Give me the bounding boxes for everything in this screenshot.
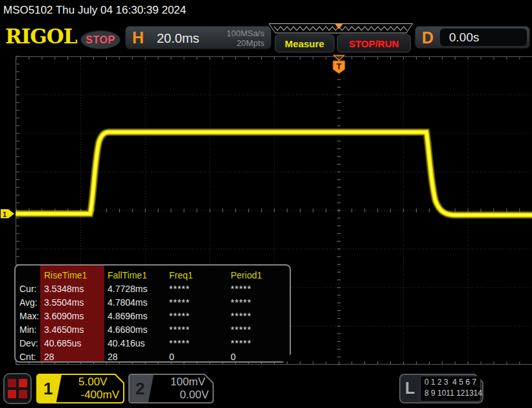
measurement-value: 3.5348ms <box>44 282 108 296</box>
measurement-table: RiseTime1 FallTime1 Freq1 Period1 Cur: 3… <box>16 266 290 364</box>
channel2-status-panel[interactable]: 2 100mV 0.00V <box>128 374 214 403</box>
ch1-position-marker[interactable]: 1 <box>1 209 14 218</box>
horizontal-icon: H <box>132 28 144 47</box>
measurement-value: 0 <box>231 350 289 364</box>
measurement-value: ***** <box>231 282 289 296</box>
measurement-value: 4.7804ms <box>108 296 169 310</box>
windows-grid-button[interactable] <box>3 373 32 404</box>
bottom-channel-bar: 1 5.00V -400mV 2 100mV 0.00V L <box>0 369 532 408</box>
measurement-value: 28 <box>108 350 169 364</box>
row-label: Avg: <box>19 296 44 310</box>
measurement-value: ***** <box>231 296 289 310</box>
measurement-column-header[interactable]: FallTime1 <box>108 269 169 282</box>
measurement-value: ***** <box>169 323 231 337</box>
measurement-column-header[interactable]: Period1 <box>231 269 289 282</box>
model-and-datetime: MSO5102 Thu July 04 16:30:39 2024 <box>3 4 186 17</box>
horizontal-settings-panel[interactable]: H 20.0ms 100MSa/s 20Mpts <box>125 26 272 49</box>
measurement-value: 40.416us <box>108 337 169 350</box>
channel1-values: 5.00V -400mV <box>64 375 119 402</box>
grid-icon <box>8 379 27 398</box>
measurement-value: 3.4650ms <box>44 323 108 337</box>
logic-channel-digits: 0 1 2 3 4 5 6 78 9 1011 12131415 <box>420 376 481 402</box>
ch1-marker-label: 1 <box>3 210 6 218</box>
row-label: Min: <box>19 323 44 337</box>
delay-icon: D <box>422 28 434 47</box>
run-state-label: STOP <box>86 34 115 46</box>
logic-analyzer-panel[interactable]: L 0 1 2 3 4 5 6 78 9 1011 12131415 <box>399 374 483 403</box>
memory-depth: 20Mpts <box>237 38 264 48</box>
delay-panel[interactable]: D 0.00s <box>415 26 530 49</box>
measurement-value: 4.8696ms <box>108 310 169 323</box>
measurement-column-header[interactable]: RiseTime1 <box>44 269 108 282</box>
measurement-value: ***** <box>169 296 231 310</box>
measurement-value: ***** <box>169 282 231 296</box>
channel2-values: 100mV 0.00V <box>156 375 209 402</box>
measurement-value: 0 <box>169 350 231 364</box>
channel1-scale: 5.00V <box>78 376 107 389</box>
header-bar: RIGOL STOP H 20.0ms 100MSa/s 20Mpts Meas… <box>0 22 532 54</box>
measurement-value: 3.6090ms <box>44 310 108 323</box>
delay-value: 0.00s <box>449 30 479 45</box>
run-state-badge: STOP <box>80 30 121 49</box>
stop-run-button-label: STOP/RUN <box>349 38 399 49</box>
measurement-value: ***** <box>231 310 289 323</box>
measurement-value: 4.6680ms <box>108 323 169 337</box>
measure-button[interactable]: Measure <box>275 34 334 52</box>
measurement-value: ***** <box>169 310 231 323</box>
rigol-logo: RIGOL <box>5 25 77 48</box>
logic-digits-row1: 0 1 2 3 4 5 6 7 <box>424 378 476 387</box>
sample-rate: 100MSa/s <box>226 28 264 38</box>
measurement-value: ***** <box>231 323 289 337</box>
channel2-scale: 100mV <box>170 376 205 389</box>
delay-value-box: 0.00s <box>440 28 527 46</box>
logic-analyzer-label: L <box>405 379 415 398</box>
measurement-value: ***** <box>169 337 231 350</box>
logic-digits-row2: 8 9 1011 12131415 <box>424 389 491 398</box>
timebase-value: 20.0ms <box>157 31 200 46</box>
measurement-value: 40.685us <box>44 337 108 350</box>
row-label: Dev: <box>19 337 44 350</box>
channel1-status-panel[interactable]: 1 5.00V -400mV <box>36 374 124 403</box>
stop-run-button[interactable]: STOP/RUN <box>337 34 411 52</box>
channel2-offset: 0.00V <box>156 389 209 402</box>
ch1-waveform <box>16 132 532 215</box>
waveform-overview-bar[interactable] <box>269 23 413 34</box>
measurement-value: 28 <box>44 350 108 364</box>
row-label: Max: <box>19 310 44 323</box>
measure-button-label: Measure <box>285 38 325 49</box>
measurement-value: ***** <box>231 337 289 350</box>
oscilloscope-screen: MSO5102 Thu July 04 16:30:39 2024 RIGOL … <box>0 0 532 408</box>
measurement-value: 4.7728ms <box>108 282 169 296</box>
channel1-offset: -400mV <box>64 389 119 402</box>
row-label: Cnt: <box>19 350 44 364</box>
row-label: Cur: <box>19 282 44 296</box>
measurement-column-header[interactable]: Freq1 <box>169 269 231 282</box>
measurement-value: 3.5504ms <box>44 296 108 310</box>
measurement-results-panel: RiseTime1 FallTime1 Freq1 Period1 Cur: 3… <box>14 264 291 363</box>
top-status-bar: MSO5102 Thu July 04 16:30:39 2024 <box>0 0 532 22</box>
trigger-label: T <box>336 62 341 71</box>
